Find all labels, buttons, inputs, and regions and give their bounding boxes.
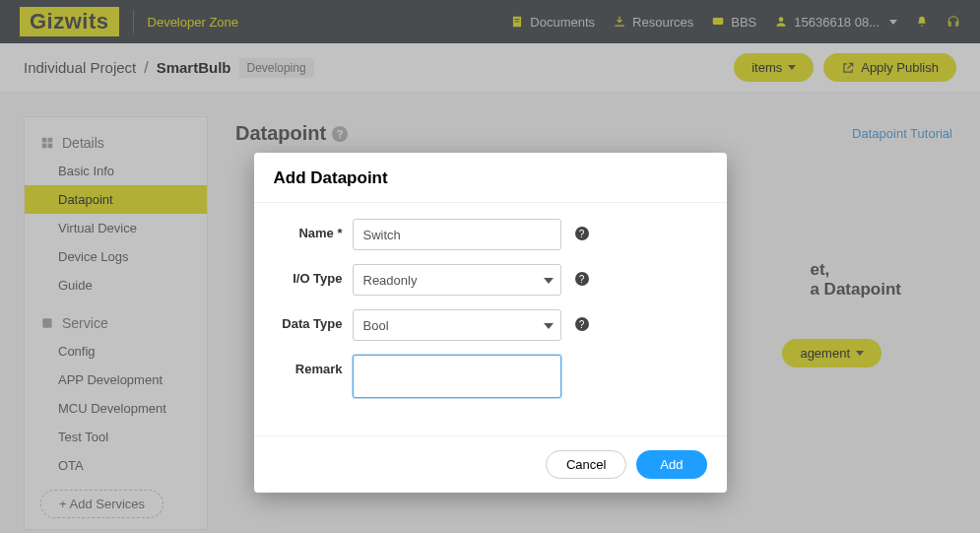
data-type-select[interactable]: Bool — [353, 309, 561, 341]
modal-body: Name * ? I/O Type Readonly ? Data Type B… — [254, 203, 727, 435]
form-row-remark: Remark — [278, 355, 703, 398]
io-type-select[interactable]: Readonly — [353, 264, 561, 296]
add-button[interactable]: Add — [636, 450, 706, 479]
help-icon[interactable]: ? — [575, 317, 589, 331]
remark-textarea[interactable] — [353, 355, 561, 398]
add-datapoint-modal: Add Datapoint Name * ? I/O Type Readonly… — [254, 153, 727, 493]
remark-label: Remark — [278, 355, 353, 376]
name-label: Name * — [278, 219, 353, 240]
name-input[interactable] — [353, 219, 561, 250]
form-row-io: I/O Type Readonly ? — [278, 264, 703, 296]
modal-footer: Cancel Add — [254, 435, 727, 493]
dtype-label: Data Type — [278, 309, 353, 331]
form-row-name: Name * ? — [278, 219, 703, 250]
io-label: I/O Type — [278, 264, 353, 286]
help-icon[interactable]: ? — [575, 272, 589, 286]
form-row-dtype: Data Type Bool ? — [278, 309, 703, 341]
modal-overlay: Add Datapoint Name * ? I/O Type Readonly… — [0, 0, 980, 533]
help-icon[interactable]: ? — [575, 227, 589, 240]
modal-title: Add Datapoint — [254, 153, 727, 203]
cancel-button[interactable]: Cancel — [546, 450, 626, 479]
